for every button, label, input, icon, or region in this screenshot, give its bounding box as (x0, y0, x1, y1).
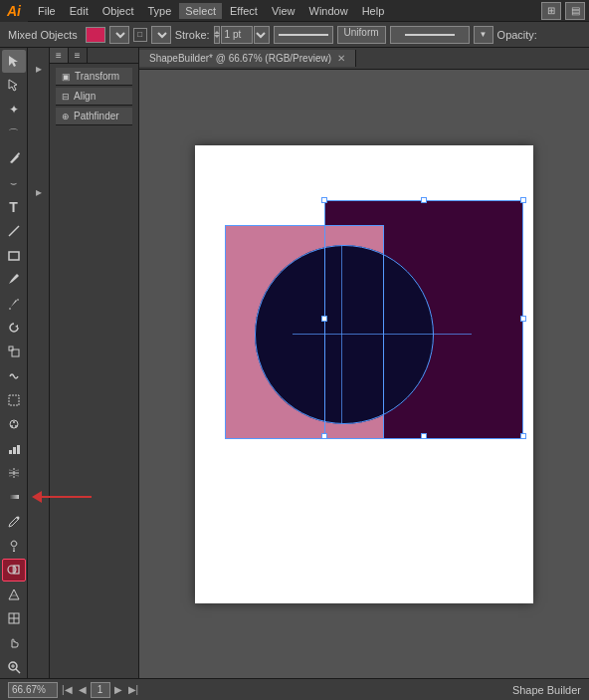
menu-view[interactable]: View (266, 3, 301, 19)
svg-line-21 (16, 669, 20, 673)
handle-mr-dark[interactable] (520, 316, 526, 322)
svg-rect-12 (9, 495, 19, 499)
menu-file[interactable]: File (32, 3, 62, 19)
menu-object[interactable]: Object (97, 3, 140, 19)
nav-last[interactable]: ▶| (126, 684, 141, 695)
canvas-tab-bar: ShapeBuilder* @ 66.67% (RGB/Preview) ✕ (139, 48, 589, 70)
stroke-value-input[interactable] (221, 26, 253, 44)
stroke-style-preview[interactable] (274, 26, 333, 44)
nav-first[interactable]: |◀ (60, 684, 75, 695)
handle-tl-dark[interactable] (321, 197, 327, 203)
align-panel-header[interactable]: ⊟ Align (56, 88, 132, 106)
menu-select[interactable]: Select (179, 3, 222, 19)
live-paint-tool[interactable] (2, 534, 26, 557)
direct-select-tool[interactable] (2, 74, 26, 97)
curvature-tool[interactable]: ⌣ (2, 171, 26, 194)
mesh-tool[interactable] (2, 461, 26, 484)
profile-preview[interactable] (390, 26, 470, 44)
nav-next[interactable]: ▶ (112, 684, 124, 695)
pathfinder-panel-header[interactable]: ⊕ Pathfinder (56, 108, 132, 125)
zoom-input[interactable] (8, 682, 58, 698)
stroke-unit-dropdown[interactable] (254, 26, 270, 44)
status-tool-label: Shape Builder (144, 684, 581, 696)
stroke-swatch[interactable]: □ (133, 28, 147, 42)
stroke-dropdown[interactable] (151, 26, 171, 44)
eyedropper-tool[interactable] (2, 510, 26, 533)
pencil-tool[interactable] (2, 292, 26, 315)
workspace-icon[interactable]: ▤ (565, 2, 585, 20)
lasso-tool[interactable]: ⌒ (2, 122, 26, 145)
selection-tool[interactable] (2, 50, 26, 73)
free-transform-tool[interactable] (2, 388, 26, 411)
dark-circle[interactable] (255, 245, 434, 424)
panel-tab-1[interactable]: ≡ (50, 48, 69, 63)
tool-arrow-indicator (32, 491, 92, 503)
pathfinder-icon: ⊕ (62, 112, 70, 121)
transform-panel-header[interactable]: ▣ Transform (56, 68, 132, 86)
hand-tool[interactable] (2, 631, 26, 654)
rotate-tool[interactable] (2, 316, 26, 339)
panel-content: ▣ Transform ⊟ Align ⊕ Pathfinder (50, 64, 138, 127)
handle-bm-dark[interactable] (421, 433, 427, 439)
menubar: Ai File Edit Object Type Select Effect V… (0, 0, 589, 22)
menu-edit[interactable]: Edit (64, 3, 95, 19)
zoom-tool[interactable] (2, 655, 26, 678)
svg-rect-1 (9, 252, 19, 260)
uniform-button[interactable]: Uniform (337, 26, 386, 44)
circle-center-v (341, 245, 342, 424)
magic-wand-tool[interactable]: ✦ (2, 99, 26, 121)
nav-prev[interactable]: ◀ (77, 684, 89, 695)
type-tool[interactable]: T (2, 195, 26, 218)
menubar-items: File Edit Object Type Select Effect View… (28, 3, 394, 19)
perspective-grid-tool[interactable] (2, 583, 26, 605)
shape-builder-tool[interactable] (2, 559, 26, 582)
svg-rect-11 (17, 445, 20, 454)
menu-window[interactable]: Window (303, 3, 354, 19)
handle-tm-dark[interactable] (421, 197, 427, 203)
left-toolbar: ✦ ⌒ ⌣ T (0, 48, 28, 678)
profile-dropdown[interactable]: ▼ (474, 26, 493, 44)
arrow-head (32, 491, 42, 503)
fill-dropdown[interactable] (109, 26, 129, 44)
svg-point-8 (15, 425, 17, 427)
pathfinder-label: Pathfinder (74, 111, 119, 121)
canvas-area: ShapeBuilder* @ 66.67% (RGB/Preview) ✕ (139, 48, 589, 678)
scale-tool[interactable] (2, 341, 26, 363)
handle-tr-dark[interactable] (520, 197, 526, 203)
column-graph-tool[interactable] (2, 437, 26, 460)
menu-effect[interactable]: Effect (224, 3, 264, 19)
nav-controls: |◀ ◀ ▶ ▶| (60, 682, 140, 698)
stroke-stepper[interactable] (214, 26, 220, 44)
fill-swatch[interactable] (86, 27, 105, 43)
paintbrush-tool[interactable] (2, 268, 26, 291)
canvas-tab-close[interactable]: ✕ (337, 53, 345, 64)
handle-ml-dark[interactable] (321, 316, 327, 322)
circle-center-h (293, 334, 472, 335)
rectangle-tool[interactable] (2, 244, 26, 267)
svg-point-13 (16, 516, 19, 519)
handle-bl-dark[interactable] (321, 433, 327, 439)
handle-br-dark[interactable] (520, 433, 526, 439)
page-input[interactable] (91, 682, 110, 698)
symbol-tool[interactable] (2, 413, 26, 436)
line-segment-tool[interactable] (2, 219, 26, 242)
pen-tool[interactable] (2, 146, 26, 169)
gradient-tool[interactable] (2, 486, 26, 509)
canvas-content[interactable] (139, 70, 589, 678)
collapse-arrow-mid[interactable]: ▸ (28, 181, 50, 203)
transform-label: Transform (75, 71, 119, 82)
panel-tab-2[interactable]: ≡ (69, 48, 88, 63)
warp-tool[interactable] (2, 364, 26, 387)
main-workspace: ✦ ⌒ ⌣ T (0, 48, 589, 678)
menu-type[interactable]: Type (142, 3, 178, 19)
mixed-objects-label: Mixed Objects (4, 29, 82, 41)
menu-help[interactable]: Help (356, 3, 391, 19)
transform-icon: ▣ (62, 72, 71, 82)
align-label: Align (74, 91, 96, 102)
canvas-tab[interactable]: ShapeBuilder* @ 66.67% (RGB/Preview) ✕ (139, 50, 356, 67)
zoom-control: |◀ ◀ ▶ ▶| (8, 682, 140, 698)
collapse-arrow-top[interactable]: ▸ (28, 58, 50, 80)
slice-tool[interactable] (2, 606, 26, 629)
svg-rect-4 (9, 395, 19, 405)
arrange-icon[interactable]: ⊞ (541, 2, 561, 20)
